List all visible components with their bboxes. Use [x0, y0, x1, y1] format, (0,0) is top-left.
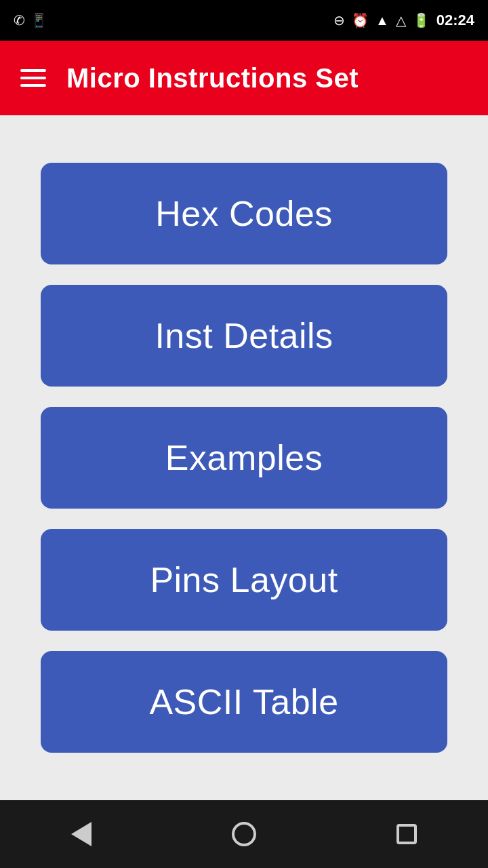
- hex-codes-button[interactable]: Hex Codes: [41, 163, 447, 264]
- hex-codes-label: Hex Codes: [155, 193, 333, 234]
- signal-outline-icon: △: [396, 12, 406, 28]
- recents-nav-button[interactable]: [380, 807, 434, 861]
- recents-icon: [396, 824, 417, 844]
- status-bar-right: ⊖ ⏰ ▲ △ 🔋 02:24: [333, 12, 474, 29]
- ascii-table-button[interactable]: ASCII Table: [41, 651, 447, 753]
- hamburger-line-2: [20, 77, 46, 79]
- nav-bar: [0, 800, 488, 868]
- main-content: Hex Codes Inst Details Examples Pins Lay…: [0, 115, 488, 800]
- ascii-table-label: ASCII Table: [149, 682, 338, 722]
- inst-details-button[interactable]: Inst Details: [41, 285, 447, 387]
- examples-label: Examples: [165, 437, 323, 478]
- signal-icon: ▲: [375, 13, 389, 28]
- status-bar-left: ✆ 📱: [14, 12, 47, 28]
- app-bar: Micro Instructions Set: [0, 41, 488, 115]
- examples-button[interactable]: Examples: [41, 407, 447, 509]
- hamburger-menu-icon[interactable]: [20, 69, 46, 87]
- back-nav-button[interactable]: [54, 807, 108, 861]
- pins-layout-button[interactable]: Pins Layout: [41, 529, 447, 631]
- hamburger-line-1: [20, 69, 46, 72]
- do-not-disturb-icon: ⊖: [333, 12, 345, 28]
- home-icon: [232, 822, 256, 846]
- app-bar-title: Micro Instructions Set: [66, 63, 359, 94]
- pins-layout-label: Pins Layout: [150, 559, 338, 600]
- battery-icon: 🔋: [413, 12, 430, 28]
- voicemail-icon: 📱: [30, 12, 47, 28]
- hamburger-line-3: [20, 84, 46, 87]
- inst-details-label: Inst Details: [155, 315, 333, 356]
- status-time: 02:24: [436, 12, 474, 29]
- home-nav-button[interactable]: [217, 807, 271, 861]
- alarm-icon: ⏰: [352, 12, 369, 28]
- back-icon: [71, 822, 92, 846]
- phone-icon: ✆: [14, 12, 25, 28]
- status-bar: ✆ 📱 ⊖ ⏰ ▲ △ 🔋 02:24: [0, 0, 488, 41]
